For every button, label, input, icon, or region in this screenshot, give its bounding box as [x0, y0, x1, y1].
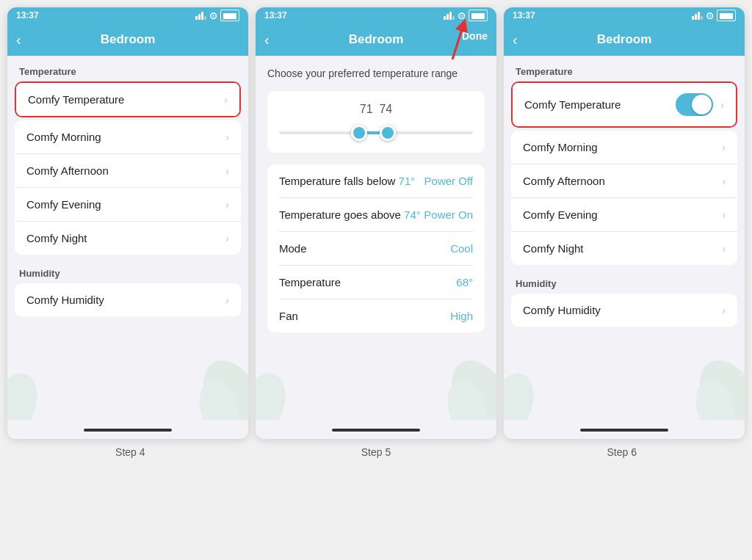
slider-low-s5: 71	[360, 103, 373, 115]
settings-rows-s5: Temperature falls below 71° Power Off Te…	[267, 164, 485, 332]
nav-title-step5: Bedroom	[349, 32, 404, 47]
list-item-comfy-humidity-s6[interactable]: Comfy Humidity ›	[511, 294, 737, 327]
slider-track-s5	[279, 131, 473, 134]
back-button-step4[interactable]: ‹	[16, 32, 21, 48]
nav-bar-step5: ‹ Bedroom Done	[256, 23, 496, 56]
temp-value-s5: 68°	[456, 276, 473, 288]
slider-thumb-left-s5[interactable]	[351, 125, 367, 141]
slider-container-s5: 71 74	[267, 91, 485, 153]
list-group-humidity-s4: Comfy Humidity ›	[15, 283, 241, 316]
section-header-temperature-s6: Temperature	[504, 56, 745, 81]
chevron-night-s6: ›	[722, 243, 726, 255]
toggle-switch-s6[interactable]	[676, 93, 713, 116]
battery-icon	[220, 10, 239, 21]
comfy-night-label-s4: Comfy Night	[26, 232, 87, 244]
list-item-comfy-night-s6[interactable]: Comfy Night ›	[511, 232, 737, 265]
mode-value-s5: Cool	[450, 242, 473, 255]
section-header-temperature-s4: Temperature	[7, 56, 248, 81]
status-icons-step6: ⊙	[692, 10, 736, 21]
list-item-comfy-humidity-s4[interactable]: Comfy Humidity ›	[15, 283, 241, 316]
leaf-svg-right-s4	[189, 346, 248, 420]
battery-icon-s6	[717, 10, 736, 21]
nav-bar-step6: ‹ Bedroom	[504, 23, 745, 56]
back-button-step5[interactable]: ‹	[264, 32, 270, 48]
time-step6: 13:37	[513, 10, 535, 21]
comfy-humidity-label-s6: Comfy Humidity	[523, 304, 601, 316]
slider-thumb-right-s5[interactable]	[380, 125, 396, 141]
svg-point-4	[7, 367, 46, 420]
settings-row-above-s5: Temperature goes above 74° Power On	[279, 198, 473, 232]
leaf-decor-left-s6	[504, 361, 548, 423]
home-bar-line-s6	[580, 429, 668, 432]
nav-title-step4: Bedroom	[101, 32, 156, 47]
status-bar-step4: 13:37 ⊙	[7, 7, 248, 23]
home-bar-line-s4	[84, 429, 172, 432]
leaf-svg-left-s6	[504, 361, 548, 420]
home-bar-s6	[504, 423, 745, 439]
step-labels-row: Step 4 Step 5 Step 6	[7, 446, 745, 458]
chevron-afternoon-s6: ›	[722, 175, 726, 187]
comfy-morning-label-s6: Comfy Morning	[523, 141, 598, 153]
comfy-evening-label-s4: Comfy Evening	[26, 198, 101, 211]
step-label-6: Step 6	[499, 446, 745, 458]
status-icons-step5: ⊙	[444, 10, 488, 21]
row-label-above-s5: Temperature goes above 74°	[279, 208, 421, 221]
settings-row-fan-s5: Fan High	[279, 299, 473, 332]
list-item-comfy-temperature-s6[interactable]: Comfy Temperature ›	[513, 83, 736, 126]
list-item-comfy-night-s4[interactable]: Comfy Night ›	[15, 222, 241, 255]
list-item-comfy-afternoon-s6[interactable]: Comfy Afternoon ›	[511, 164, 737, 198]
wifi-icon-s5: ⊙	[458, 10, 466, 21]
screen-step4: 13:37 ⊙ ‹ Bedroom Temperature	[7, 7, 248, 439]
leaf-svg-right-s5	[438, 346, 496, 420]
leaf-svg-right-s6	[686, 346, 745, 420]
status-bar-step6: 13:37 ⊙	[504, 7, 745, 23]
signal-icon-s5	[444, 12, 455, 20]
fan-value-s5: High	[450, 310, 473, 322]
comfy-temperature-label-s4: Comfy Temperature	[28, 93, 124, 106]
list-group-temp-rest-s6: Comfy Morning › Comfy Afternoon › Comfy …	[511, 131, 737, 265]
content-step5: Choose your preferred temperature range …	[256, 56, 496, 423]
leaf-decor-right-s6	[686, 346, 745, 423]
list-item-comfy-evening-s6[interactable]: Comfy Evening ›	[511, 198, 737, 232]
list-item-comfy-morning-s6[interactable]: Comfy Morning ›	[511, 131, 737, 164]
home-bar-line-s5	[332, 429, 420, 432]
time-step5: 13:37	[264, 10, 287, 21]
settings-description-s5: Choose your preferred temperature range	[267, 68, 485, 79]
list-item-comfy-temperature-s4[interactable]: Comfy Temperature ›	[16, 83, 239, 116]
list-item-comfy-evening-s4[interactable]: Comfy Evening ›	[15, 188, 241, 222]
comfy-evening-label-s6: Comfy Evening	[523, 208, 598, 221]
above-value-s5: 74°	[404, 208, 421, 221]
slider-track-container-s5[interactable]	[279, 125, 473, 141]
leaf-decor-right-s4	[189, 346, 248, 423]
comfy-temperature-label-s6: Comfy Temperature	[524, 98, 621, 111]
section-header-humidity-s6: Humidity	[504, 268, 745, 294]
content-step4: Temperature Comfy Temperature ›	[7, 56, 248, 423]
leaf-svg-left-s4	[7, 361, 51, 420]
nav-title-step6: Bedroom	[597, 32, 652, 47]
battery-icon-s5	[469, 10, 488, 21]
chevron-afternoon-s4: ›	[225, 165, 229, 177]
chevron-evening-s4: ›	[225, 199, 229, 211]
slider-values-s5: 71 74	[279, 103, 473, 116]
comfy-temperature-highlighted-s6[interactable]: Comfy Temperature ›	[511, 81, 737, 128]
back-button-step6[interactable]: ‹	[513, 32, 518, 48]
toggle-area-s6: ›	[676, 93, 724, 116]
list-item-comfy-morning-s4[interactable]: Comfy Morning ›	[15, 120, 241, 154]
row-label-mode-s5: Mode	[279, 242, 307, 255]
comfy-morning-label-s4: Comfy Morning	[26, 131, 101, 143]
chevron-icon-s4: ›	[224, 94, 228, 106]
comfy-temperature-highlighted-s4[interactable]: Comfy Temperature ›	[15, 81, 241, 117]
done-button-s5[interactable]: Done	[462, 29, 488, 43]
signal-icon-s6	[692, 12, 703, 20]
settings-row-temp-s5: Temperature 68°	[279, 266, 473, 299]
list-item-comfy-afternoon-s4[interactable]: Comfy Afternoon ›	[15, 154, 241, 188]
done-label-s5: Done	[462, 30, 488, 42]
nav-bar-step4: ‹ Bedroom	[7, 23, 248, 56]
leaf-decor-left-s5	[256, 361, 300, 423]
content-step6: Temperature Comfy Temperature ›	[504, 56, 745, 423]
screens-row: 13:37 ⊙ ‹ Bedroom Temperature	[7, 7, 745, 439]
step-label-4: Step 4	[7, 446, 253, 458]
svg-point-9	[256, 367, 294, 420]
power-on-s5: Power On	[424, 208, 473, 221]
time-step4: 13:37	[16, 10, 39, 21]
